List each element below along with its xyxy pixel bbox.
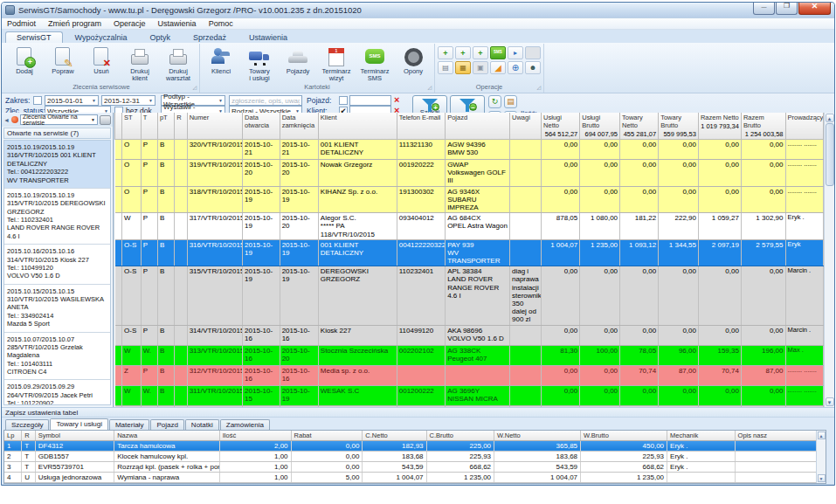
column-header[interactable]: pT [157,113,174,140]
zakres-checkbox[interactable] [33,96,42,105]
search-input[interactable] [229,95,302,106]
column-header[interactable]: Towary Netto455 281,07 [620,113,659,140]
menu-item-2[interactable]: Operacje [114,19,146,28]
ribbon-button-print-workshop[interactable]: Drukuj warsztat [160,45,197,83]
order-list-item[interactable]: 2015.10.19/2015.10.19316/VTR/10/2015 001… [4,141,110,189]
item-row[interactable]: 4UUsługa jednorazowaWymiana - naprawa1,0… [4,472,826,482]
detail-tab-3[interactable]: Pojazd [150,419,183,430]
refresh-icon[interactable]: ↻ [488,95,501,108]
fax-icon[interactable] [473,61,488,74]
contacts-icon[interactable] [525,61,541,74]
detail-tab-4[interactable]: Notatki [185,419,219,430]
order-row[interactable]: WW.B313/VTR/10/20152015-10-162015-10-20S… [115,345,824,365]
ribbon-tab-0[interactable]: SerwisGT [5,31,63,43]
doc-add3-icon[interactable] [473,46,488,59]
column-header[interactable]: Data zamknięcia [280,113,318,140]
vertical-scrollbar[interactable]: ▲ ▼ [824,113,834,407]
column-header[interactable]: T [141,113,157,140]
ribbon-tab-3[interactable]: Sprzedaż [183,32,237,43]
detail-tab-0[interactable]: Szczegóły [5,419,49,430]
doc-add1-icon[interactable] [438,46,453,59]
order-list-item[interactable]: 2015.10.07/2015.10.07285/VTR/10/2015 Grz… [4,333,110,381]
clear-pojazd-icon[interactable]: × [394,95,399,105]
items-column-header[interactable]: Lp [4,431,22,440]
chart-icon[interactable] [490,61,506,74]
column-header[interactable]: Usługi Brutto694 007,95 [580,113,620,140]
items-column-header[interactable]: C.Brutto [426,431,494,440]
order-row[interactable]: O-SPB315/VTR/10/20152015-10-192015-10-19… [115,266,824,325]
items-column-header[interactable]: W.Brutto [581,431,667,440]
detail-tab-1[interactable]: Towary i usługi [50,418,107,430]
scroll-up-icon[interactable]: ▲ [826,114,834,122]
ribbon-button-add[interactable]: Dodaj [6,45,43,75]
scroll-up-icon[interactable]: ▲ [818,432,826,439]
order-list-item[interactable]: 2015.09.29/2015.09.29264/VTR/09/2015 Jac… [4,380,110,405]
column-header[interactable]: ST [122,113,142,140]
items-column-header[interactable]: Opis nasz [735,431,825,440]
globe-icon[interactable] [508,61,523,74]
scrollbar-thumb[interactable] [826,123,834,186]
order-list-item[interactable]: 2015.10.15/2015.10.15310/VTR/10/2015 WAS… [4,285,110,333]
column-header[interactable]: Klient [318,113,397,140]
menu-item-0[interactable]: Podmiot [7,19,36,28]
items-column-header[interactable]: Ilość [219,431,291,440]
ribbon-button-goods[interactable]: Towary i usługi [241,45,278,83]
items-vertical-scrollbar[interactable]: ▲ ▼ [816,431,826,483]
column-header[interactable]: Pojazd [446,113,510,140]
maximize-button[interactable] [776,3,798,15]
ribbon-button-sms[interactable]: Terminarz SMS [356,45,393,83]
ribbon-button-tires[interactable]: Opony [395,45,432,75]
order-row[interactable]: WW.B311/VTR/10/20152015-10-152015-10-19W… [115,385,824,405]
ribbon-button-edit[interactable]: Popraw [45,45,81,75]
items-column-header[interactable]: R [22,431,36,440]
doc-forward-icon[interactable] [508,46,523,59]
order-row[interactable]: OPB319/VTR/10/20152015-10-202015-10-20No… [115,160,824,187]
ribbon-button-vehicles[interactable]: Pojazdy [280,45,316,75]
items-column-header[interactable]: Rabat [291,431,363,440]
pojazd-checkbox[interactable] [339,96,348,105]
save-table-settings-button[interactable]: Zapisz ustawienia tabel [2,407,834,418]
detail-tab-2[interactable]: Materiały [109,419,149,430]
item-row[interactable]: 3TEVR55739701Rozrząd kpl. (pasek + rolka… [4,461,826,472]
items-column-header[interactable]: Mechanik [667,431,736,440]
doc-add2-icon[interactable] [455,46,471,59]
column-header[interactable]: Numer [187,113,242,140]
scroll-down-icon[interactable]: ▼ [818,474,826,482]
column-header[interactable]: Data otwarcia [243,113,280,140]
date-from-picker[interactable]: 2015-01-01▼ [45,95,99,106]
menu-item-3[interactable]: Ustawienia [158,19,197,28]
detail-tab-5[interactable]: Zamówienia [220,419,270,430]
order-list-item[interactable]: 2015.10.19/2015.10.19315/VTR/10/2015 DER… [4,189,110,245]
column-header[interactable]: Usługi Netto564 512,27 [542,113,580,140]
item-row[interactable]: 2TGDB1557Klocek hamulcowy kpl.1,000,0018… [4,451,826,461]
menu-item-1[interactable]: Zmień program [48,19,101,28]
doc-gray-icon[interactable] [525,46,541,59]
column-header[interactable]: R [175,113,187,140]
ribbon-tab-4[interactable]: Ustawienia [238,32,298,43]
ribbon-tab-1[interactable]: Wypożyczalnia [65,32,138,43]
order-list-item[interactable]: 2015.10.16/2015.10.16314/VTR/10/2015 Kio… [4,245,110,285]
view-selector-dropdown[interactable]: Zlecenia Otwarte na serwisie▼ [20,114,98,125]
print-list-icon[interactable] [100,115,111,125]
ribbon-button-clients[interactable]: Klienci [203,45,239,75]
order-row[interactable]: OPB320/VTR/10/20152015-10-212015-10-2100… [115,140,824,160]
nav-back-icon[interactable]: ◄ [3,117,10,123]
ribbon-tab-2[interactable]: Optyk [139,32,181,43]
ribbon-button-delete[interactable]: Usuń [83,45,120,75]
items-column-header[interactable]: Symbol [35,431,114,440]
title-bar[interactable]: SerwisGT/Samochody - www.tu.pl - Deręgow… [2,3,834,18]
notebook-icon[interactable]: ▤ [504,95,517,108]
scroll-down-icon[interactable]: ▼ [826,397,834,406]
order-row[interactable]: O-SPB314/VTR/10/20152015-10-162015-10-16… [115,325,824,345]
ribbon-button-calendar[interactable]: Terminarz wizyt [318,45,355,83]
sms-small-icon[interactable] [490,46,506,59]
column-header[interactable]: Razem Netto1 019 793,34 [698,113,741,140]
column-header[interactable]: Towary Brutto559 995,53 [659,113,699,140]
column-header[interactable]: Telefon E-mail [397,113,445,140]
items-column-header[interactable]: W.Netto [494,431,581,440]
order-row[interactable]: O-SPB316/VTR/10/20152015-10-192015-10-19… [115,239,824,266]
minimize-button[interactable] [753,3,775,15]
date-to-picker[interactable]: 2015-12-31▼ [101,95,155,106]
item-row[interactable]: 1TDF4312Tarcza hamulcowa2,000,00182,9322… [4,440,826,451]
items-column-header[interactable]: Nazwa [114,431,220,440]
